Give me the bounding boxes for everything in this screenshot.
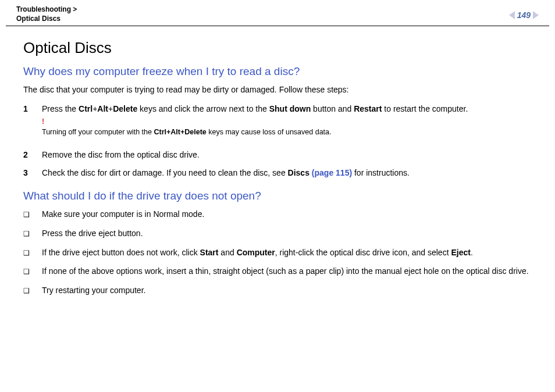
list-item: ❑ Try restarting your computer. [23,284,532,298]
list-item: ❑ If the drive eject button does not wor… [23,247,532,260]
page-title: Optical Discs [23,39,532,57]
list-text: Make sure your computer is in Normal mod… [42,208,204,222]
step-text: Press the Ctrl+Alt+Delete keys and click… [42,103,532,143]
page-number: 149 [517,10,531,20]
list-item: ❑ Make sure your computer is in Normal m… [23,208,532,222]
question-1-intro: The disc that your computer is trying to… [23,84,532,95]
breadcrumb-line2: Optical Discs [16,15,61,23]
triangle-right-icon[interactable] [533,11,539,19]
square-bullet-icon: ❑ [23,227,31,241]
step-number: 2 [23,149,29,161]
steps-list: 1 Press the Ctrl+Alt+Delete keys and cli… [23,103,532,179]
step-2: 2 Remove the disc from the optical disc … [23,149,532,161]
question-2-heading: What should I do if the drive tray does … [23,190,532,202]
question-1-heading: Why does my computer freeze when I try t… [23,65,532,78]
bullet-list: ❑ Make sure your computer is in Normal m… [23,208,532,298]
warning-icon: ! [42,116,532,127]
square-bullet-icon: ❑ [23,265,31,279]
step-text: Check the disc for dirt or damage. If yo… [42,167,532,179]
step-number: 1 [23,103,29,143]
triangle-left-icon[interactable] [509,11,515,19]
step-number: 3 [23,167,29,179]
page-115-link[interactable]: (page 115) [312,168,352,177]
page-indicator: 149 [509,5,539,20]
list-text: Try restarting your computer. [42,284,145,298]
list-text: Press the drive eject button. [42,227,143,241]
step-3: 3 Check the disc for dirt or damage. If … [23,167,532,179]
list-text: If the drive eject button does not work,… [42,247,473,260]
square-bullet-icon: ❑ [23,208,31,222]
list-item: ❑ If none of the above options work, ins… [23,265,532,279]
breadcrumb-line1: Troubleshooting > [16,5,77,13]
step-1: 1 Press the Ctrl+Alt+Delete keys and cli… [23,103,532,143]
step-text: Remove the disc from the optical disc dr… [42,149,532,161]
breadcrumb: Troubleshooting > Optical Discs [16,5,77,23]
square-bullet-icon: ❑ [23,247,31,260]
list-text: If none of the above options work, inser… [42,265,529,279]
square-bullet-icon: ❑ [23,284,31,298]
warning-note: ! Turning off your computer with the Ctr… [42,116,532,137]
list-item: ❑ Press the drive eject button. [23,227,532,241]
